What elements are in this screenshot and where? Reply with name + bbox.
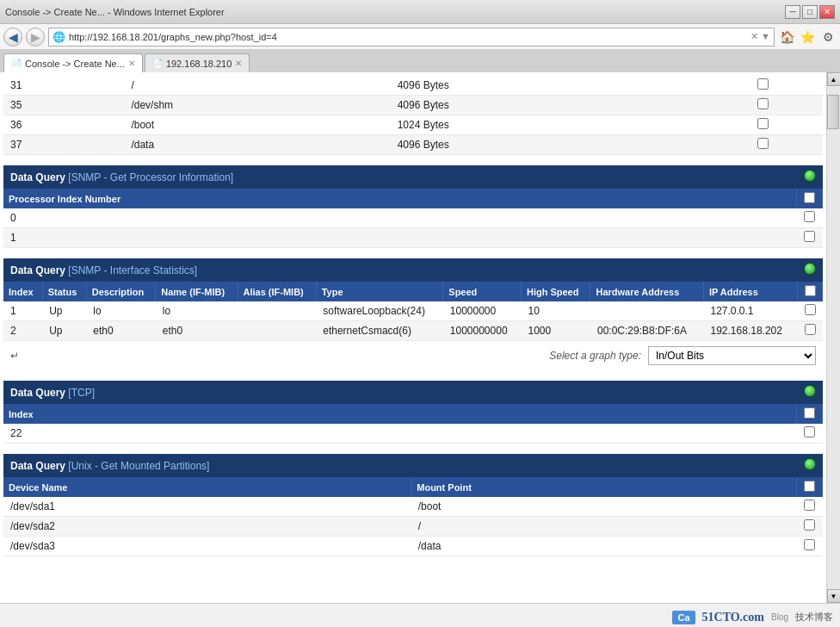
scrollbar[interactable]: ▲ ▼ (826, 72, 840, 603)
table-row: /dev/sda2 / (3, 517, 823, 537)
if-idx-2: 2 (3, 321, 42, 341)
if-highspeed-1: 10 (521, 301, 590, 321)
checkbox-cell[interactable] (798, 321, 823, 341)
checkbox-cell[interactable] (797, 228, 823, 248)
checkbox-cell[interactable] (797, 208, 823, 228)
col-processor-index: Processor Index Number (3, 189, 797, 208)
if-status-1: Up (42, 301, 86, 321)
table-row: 1 (3, 228, 823, 248)
tab-ip[interactable]: 📄 192.168.18.210 ✕ (145, 53, 250, 72)
scroll-thumb[interactable] (827, 95, 839, 129)
minimize-button[interactable]: ─ (785, 5, 800, 19)
row-checkbox[interactable] (757, 118, 769, 129)
main-layout: 31 / 4096 Bytes 35 /dev/shm 4096 Bytes (0, 72, 840, 603)
scroll-up-button[interactable]: ▲ (827, 72, 841, 86)
col-hwaddr: Hardware Address (590, 282, 704, 301)
tab-console[interactable]: 📄 Console -> Create Ne... ✕ (3, 53, 143, 72)
if-ipaddr-1: 127.0.0.1 (704, 301, 798, 321)
checkbox-cell[interactable] (797, 497, 823, 517)
green-dot-tcp (804, 385, 816, 397)
checkbox-cell[interactable] (797, 517, 823, 537)
if-alias-1 (238, 301, 316, 321)
refresh-icon-interface[interactable] (804, 263, 816, 277)
home-button[interactable]: 🏠 (778, 28, 795, 46)
row-checkbox[interactable] (804, 519, 815, 531)
checkbox-cell[interactable] (703, 115, 823, 135)
if-hwaddr-1 (590, 301, 704, 321)
tab-close-console[interactable]: ✕ (128, 59, 135, 68)
graph-type-select[interactable]: In/Out Bits In/Out Bits with 95th Percen… (648, 346, 816, 365)
select-all-tcp[interactable] (804, 407, 815, 419)
checkbox-cell[interactable] (797, 424, 823, 444)
refresh-icon-processor[interactable] (804, 170, 816, 184)
checkbox-cell[interactable] (798, 301, 823, 321)
row-checkbox[interactable] (757, 78, 769, 90)
forward-button[interactable]: ▶ (26, 28, 45, 47)
table-row: 22 (3, 424, 823, 444)
row-checkbox[interactable] (805, 324, 816, 335)
table-row: /dev/sda1 /boot (3, 497, 823, 517)
section-partitions: Data Query [Unix - Get Mounted Partition… (3, 454, 823, 556)
tab-close-ip[interactable]: ✕ (235, 59, 242, 68)
checkbox-cell[interactable] (703, 96, 823, 115)
if-name-2: eth0 (156, 321, 238, 341)
address-bar[interactable]: 🌐 http://192.168.18.201/graphs_new.php?h… (48, 28, 775, 47)
interface-table: Index Status Description Name (IF-MIB) A… (3, 282, 823, 341)
table-row: 2 Up eth0 eth0 ethernetCsmacd(6) 1000000… (3, 321, 823, 341)
row-checkbox[interactable] (804, 211, 815, 222)
if-desc-1: lo (86, 301, 156, 321)
if-type-2: ethernetCsmacd(6) (316, 321, 443, 341)
section-title-label4: Data Query (10, 460, 68, 472)
settings-button[interactable]: ⚙ (819, 28, 837, 46)
row-checkbox[interactable] (804, 500, 815, 511)
if-speed-1: 10000000 (443, 301, 522, 321)
nav-bar: ◀ ▶ 🌐 http://192.168.18.201/graphs_new.p… (0, 24, 840, 50)
row-checkbox[interactable] (804, 231, 815, 242)
row-checkbox[interactable] (757, 98, 769, 109)
section-interface-title: Data Query [SNMP - Interface Statistics] (10, 264, 197, 276)
scroll-down-button[interactable]: ▼ (827, 589, 841, 603)
star-button[interactable]: ⭐ (799, 28, 816, 46)
row-checkbox[interactable] (804, 539, 815, 550)
row-path: /data (124, 135, 390, 155)
green-dot-partitions (804, 458, 816, 470)
refresh-icon-tcp[interactable] (804, 385, 816, 400)
maximize-button[interactable]: □ (802, 5, 818, 19)
scroll-track[interactable] (827, 86, 840, 589)
table-row: /dev/sda3 /data (3, 537, 823, 556)
tab-label-console: Console -> Create Ne... (25, 59, 125, 69)
col-partitions-check (797, 477, 823, 497)
content-area[interactable]: 31 / 4096 Bytes 35 /dev/shm 4096 Bytes (0, 72, 826, 603)
row-path: /boot (124, 115, 390, 135)
row-checkbox[interactable] (805, 304, 816, 315)
table-row: 31 / 4096 Bytes (3, 76, 823, 96)
refresh-icon-partitions[interactable] (804, 458, 816, 473)
partition-mount-2: / (411, 517, 797, 537)
select-all-processor[interactable] (804, 192, 815, 203)
section-processor-header: Data Query [SNMP - Get Processor Informa… (3, 165, 823, 189)
close-button[interactable]: ✕ (819, 5, 835, 19)
if-status-2: Up (42, 321, 86, 341)
back-button[interactable]: ◀ (3, 28, 22, 47)
indent-arrow: ↵ (10, 350, 19, 362)
partition-device-1: /dev/sda1 (3, 497, 411, 517)
tab-icon-console: 📄 (11, 59, 22, 68)
section-processor-bracket: [SNMP - Get Processor Information] (68, 171, 233, 183)
if-hwaddr-2: 00:0C:29:B8:DF:6A (590, 321, 704, 341)
row-checkbox[interactable] (804, 426, 815, 438)
col-idx: Index (3, 282, 42, 301)
partition-device-2: /dev/sda2 (3, 517, 411, 537)
select-all-interface[interactable] (805, 285, 816, 296)
window-controls: ─ □ ✕ (785, 5, 835, 19)
row-checkbox[interactable] (757, 138, 769, 149)
partition-device-3: /dev/sda3 (3, 537, 411, 556)
tcp-table: Index 22 (3, 404, 823, 444)
select-all-partitions[interactable] (804, 481, 815, 492)
checkbox-cell[interactable] (703, 76, 823, 96)
if-idx-1: 1 (3, 301, 42, 321)
section-title-label: Data Query (10, 171, 68, 183)
checkbox-cell[interactable] (703, 135, 823, 155)
row-path: /dev/shm (124, 96, 390, 115)
row-size: 1024 Bytes (391, 115, 704, 135)
checkbox-cell[interactable] (797, 537, 823, 556)
